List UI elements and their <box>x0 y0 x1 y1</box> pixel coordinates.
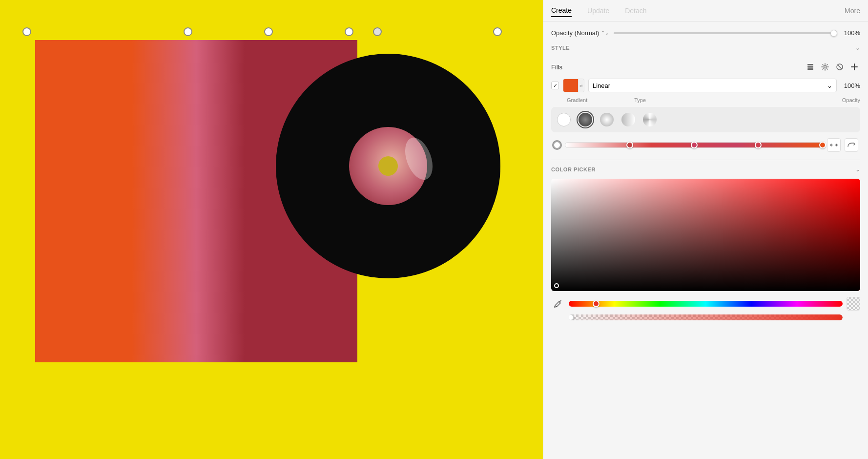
grad-type-conic[interactable] <box>641 111 659 128</box>
color-picker-section: COLOR PICKER ⌄ <box>551 160 860 320</box>
grad-type-light[interactable] <box>598 111 616 128</box>
svg-rect-1 <box>807 66 813 68</box>
fill-type-chevron-icon: ⌄ <box>827 82 832 89</box>
color-picker-title: COLOR PICKER <box>551 167 596 172</box>
reverse-gradient-btn[interactable] <box>827 138 841 152</box>
grad-conic-icon <box>643 113 657 126</box>
fill-entry: ⇄ Linear ⌄ 100% <box>551 79 860 92</box>
opacity-text: Opacity (Normal) <box>551 29 599 37</box>
gradient-stop-bar <box>551 138 860 152</box>
grad-handle-4[interactable] <box>373 27 382 36</box>
opacity-fill <box>614 32 832 34</box>
eyedropper-icon <box>554 299 562 308</box>
fill-preview[interactable]: ⇄ <box>563 79 584 92</box>
color-picker-header: COLOR PICKER ⌄ <box>551 166 860 173</box>
fills-label: Fills <box>551 63 580 71</box>
opacity-label[interactable]: Opacity (Normal) ⌃⌄ <box>551 29 610 37</box>
vinyl-highlight <box>400 134 438 184</box>
nav-create[interactable]: Create <box>551 4 572 17</box>
gradient-sub-label: Gradient <box>567 97 587 103</box>
fill-checkbox[interactable] <box>551 82 559 89</box>
settings-icon <box>821 63 829 71</box>
type-sub-label: Type <box>634 97 646 103</box>
fill-swap-icon: ⇄ <box>578 79 584 92</box>
redo-icon <box>847 141 855 149</box>
layers-icon-btn[interactable] <box>805 61 816 73</box>
grad-dark-icon <box>579 113 592 126</box>
grad-handle-2[interactable] <box>264 27 273 36</box>
alpha-overlay <box>569 314 843 320</box>
gradient-control-bar <box>27 27 505 37</box>
grad-type-half[interactable] <box>620 111 637 128</box>
grad-none-icon <box>557 113 571 126</box>
hue-slider[interactable] <box>569 301 843 307</box>
canvas-area <box>0 0 543 459</box>
opacity-thumb[interactable] <box>830 30 837 37</box>
opacity-checker-btn[interactable] <box>847 297 860 311</box>
hue-thumb[interactable] <box>593 300 599 307</box>
fill-opacity-value: 100% <box>841 82 860 89</box>
svg-rect-0 <box>807 64 813 65</box>
opacity-value: 100% <box>841 29 860 37</box>
hue-slider-row <box>551 297 860 311</box>
style-section-header: STYLE ⌄ <box>551 44 860 55</box>
color-canvas-background <box>551 179 860 291</box>
color-picker-cursor <box>554 283 559 288</box>
svg-rect-2 <box>807 68 813 70</box>
grad-type-dark[interactable] <box>577 111 594 128</box>
opacity-arrow-icon: ⌃⌄ <box>601 30 609 36</box>
alpha-slider-row <box>551 314 860 320</box>
fill-type-dropdown[interactable]: Linear ⌄ <box>588 79 837 92</box>
top-nav: Create Update Detach More <box>543 0 868 21</box>
grad-stop-2[interactable] <box>691 142 698 148</box>
grad-type-none[interactable] <box>555 111 573 128</box>
svg-point-3 <box>824 66 827 68</box>
style-chevron-icon[interactable]: ⌄ <box>855 44 860 51</box>
fills-row: Fills <box>551 61 860 73</box>
reverse-icon <box>830 141 838 149</box>
alpha-thumb[interactable] <box>569 314 574 320</box>
vinyl-center <box>378 156 398 176</box>
nav-detach: Detach <box>625 5 646 17</box>
grad-handle-5[interactable] <box>493 27 502 36</box>
gradient-types <box>551 107 860 132</box>
eyedropper-btn[interactable] <box>551 297 565 311</box>
grad-handle-3[interactable] <box>345 27 353 36</box>
vinyl-inner <box>349 127 427 205</box>
grad-stop-3[interactable] <box>755 142 762 148</box>
grad-half-icon <box>621 113 635 126</box>
alpha-slider[interactable] <box>569 314 843 320</box>
gradient-track[interactable] <box>565 142 823 148</box>
svg-line-5 <box>838 65 842 69</box>
grad-light-icon <box>600 113 614 126</box>
grad-stop-start[interactable] <box>553 141 561 149</box>
opacity-sub-label: Opacity <box>842 97 860 103</box>
opacity-slider[interactable] <box>614 32 837 34</box>
add-fill-btn[interactable] <box>848 61 860 73</box>
color-canvas[interactable] <box>551 179 860 291</box>
svg-point-8 <box>554 306 556 308</box>
redo-gradient-btn[interactable] <box>845 138 858 152</box>
add-icon <box>850 63 858 71</box>
color-picker-chevron-icon[interactable]: ⌄ <box>855 166 860 173</box>
nav-update: Update <box>587 5 609 17</box>
fill-type-label: Linear <box>593 82 610 89</box>
layers-icon <box>806 63 814 71</box>
opacity-row: Opacity (Normal) ⌃⌄ 100% <box>551 29 860 37</box>
settings-icon-btn[interactable] <box>819 61 831 73</box>
disable-icon-btn[interactable] <box>834 61 846 73</box>
vinyl-record <box>276 54 500 278</box>
fill-sub-labels: Gradient Type Opacity <box>551 97 860 103</box>
panel-content: Opacity (Normal) ⌃⌄ 100% STYLE ⌄ Fills <box>543 21 868 459</box>
grad-handle-1[interactable] <box>184 27 192 36</box>
fills-icons <box>805 61 860 73</box>
right-panel: Create Update Detach More Opacity (Norma… <box>543 0 868 459</box>
grad-stop-end[interactable] <box>819 142 826 148</box>
nav-more[interactable]: More <box>845 5 860 17</box>
style-title: STYLE <box>551 45 570 51</box>
grad-handle-0[interactable] <box>22 27 31 36</box>
grad-stop-1[interactable] <box>626 142 633 148</box>
fill-color-preview <box>563 79 578 92</box>
disable-icon <box>836 63 844 71</box>
